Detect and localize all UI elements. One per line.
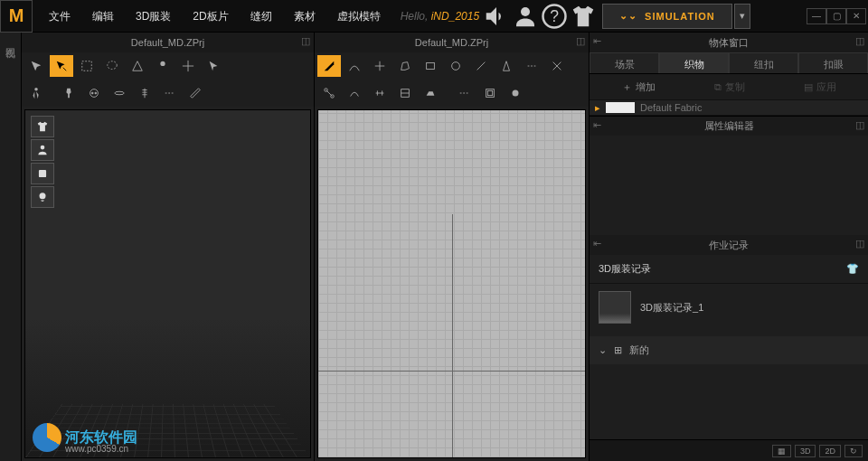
tool2d-circle[interactable] — [444, 55, 467, 77]
tool2d-rectangle[interactable] — [419, 55, 442, 77]
apply-button[interactable]: ▤应用 — [804, 80, 836, 94]
chevron-down-icon: ⌄⌄ — [619, 10, 637, 22]
work-item-label: 3D服装记录_1 — [640, 301, 703, 315]
tool-measure[interactable] — [184, 82, 207, 104]
tool-move-gizmo[interactable] — [176, 55, 200, 77]
panel-3d-title: Default_MD.ZPrj — [131, 37, 204, 48]
tool2d-segment-sewing[interactable] — [317, 82, 341, 104]
property-editor-title: 属性编辑器 — [704, 119, 754, 133]
tool-pin[interactable] — [151, 55, 175, 77]
plus-icon: ＋ — [622, 80, 632, 94]
work-popout-icon[interactable]: ◫ — [855, 238, 864, 249]
show-arrangement-icon[interactable] — [31, 163, 54, 184]
svg-rect-19 — [487, 90, 492, 95]
work-new-button[interactable]: ⌄ ⊞ 新的 — [590, 336, 868, 364]
toolbar-3d-row2 — [22, 80, 314, 107]
collapse-icon[interactable]: ⇤ — [593, 35, 601, 47]
tool2d-notch[interactable] — [545, 55, 569, 77]
tool2d-seam-allowance[interactable] — [478, 82, 502, 104]
user-icon[interactable] — [512, 3, 539, 30]
garment-icon[interactable]: 👕 — [846, 263, 859, 275]
simulation-button[interactable]: ⌄⌄ SIMULATION — [602, 4, 732, 29]
tool2d-edit-pattern[interactable] — [317, 55, 341, 77]
tool2d-free-sewing[interactable] — [343, 82, 366, 104]
copy-icon: ⧉ — [714, 81, 722, 93]
tool2d-iron[interactable] — [419, 82, 442, 104]
svg-point-5 — [160, 61, 165, 66]
copy-button[interactable]: ⧉复制 — [714, 80, 745, 94]
work-collapse-icon[interactable]: ⇤ — [593, 238, 601, 249]
toolbar-3d-row1 — [22, 52, 314, 80]
panel-3d-popout-icon[interactable]: ◫ — [301, 35, 310, 47]
tool-topstitch[interactable] — [158, 82, 182, 104]
property-popout-icon[interactable]: ◫ — [855, 119, 864, 131]
tool2d-dart[interactable] — [495, 55, 518, 77]
tool2d-add-point[interactable] — [368, 55, 392, 77]
add-button[interactable]: ＋增加 — [622, 80, 656, 94]
menu-avatar[interactable]: 虚拟模特 — [326, 0, 392, 33]
menu-sewing[interactable]: 缝纫 — [240, 0, 283, 33]
status-2d[interactable]: 2D — [819, 445, 841, 457]
fabric-expand-icon[interactable]: ▸ — [595, 102, 600, 114]
tool-walk[interactable] — [24, 82, 48, 104]
tool-mesh-select[interactable] — [126, 55, 149, 77]
menu-3d-garment[interactable]: 3D服装 — [125, 0, 182, 33]
tool-arrow-cursor[interactable] — [202, 55, 225, 77]
tool2d-texture[interactable] — [504, 82, 527, 104]
panel-2d-popout-icon[interactable]: ◫ — [576, 35, 585, 47]
status-refresh-icon[interactable]: ↻ — [844, 445, 863, 457]
svg-point-6 — [34, 88, 38, 91]
tool2d-internal-line[interactable] — [469, 55, 493, 77]
window-minimize[interactable]: — — [807, 8, 826, 24]
sound-icon[interactable] — [483, 3, 510, 30]
show-head-icon[interactable] — [31, 186, 54, 208]
menu-file[interactable]: 文件 — [38, 0, 81, 33]
viewport-3d[interactable]: 河东软件园 www.pc0359.cn — [24, 109, 311, 458]
show-avatar-icon[interactable] — [31, 139, 54, 161]
app-logo: M — [0, 0, 33, 33]
help-icon[interactable]: ? — [541, 3, 568, 30]
show-garment-icon[interactable] — [31, 116, 54, 137]
tool-tack[interactable] — [57, 82, 80, 104]
menu-material[interactable]: 素材 — [283, 0, 326, 33]
object-tabs: 场景 织物 纽扣 扣眼 — [590, 52, 868, 74]
tool2d-topstitch[interactable] — [453, 82, 476, 104]
tab-button[interactable]: 纽扣 — [729, 52, 798, 73]
panel-3d-header: Default_MD.ZPrj ◫ — [22, 33, 314, 52]
window-close[interactable]: ✕ — [846, 8, 866, 24]
fabric-list-item[interactable]: ▸ Default Fabric — [590, 99, 868, 116]
work-log-body: 3D服装记录 👕 3D服装记录_1 ⌄ ⊞ 新的 — [590, 255, 868, 439]
object-toolbar: ＋增加 ⧉复制 ▤应用 — [590, 74, 868, 99]
tab-fabric[interactable]: 织物 — [659, 52, 729, 73]
tool2d-trace[interactable] — [520, 55, 543, 77]
status-grid-icon[interactable]: ▦ — [772, 445, 791, 457]
tool2d-edit-sewing[interactable] — [368, 82, 392, 104]
axis-vertical — [452, 214, 453, 457]
viewport-2d[interactable] — [317, 109, 586, 458]
tool-button[interactable] — [82, 82, 106, 104]
tool-zipper[interactable] — [133, 82, 156, 104]
tab-buttonhole[interactable]: 扣眼 — [798, 52, 868, 73]
menu-edit[interactable]: 编辑 — [81, 0, 125, 33]
tool-buttonhole[interactable] — [108, 82, 131, 104]
menu-2d-pattern[interactable]: 2D板片 — [182, 0, 239, 33]
sidebar-tab-view[interactable]: 视图 — [2, 33, 19, 47]
simulation-dropdown[interactable]: ▾ — [734, 4, 750, 29]
chevron-down-icon: ⌄ — [599, 344, 607, 356]
tab-scene[interactable]: 场景 — [590, 52, 659, 73]
property-collapse-icon[interactable]: ⇤ — [593, 119, 601, 131]
status-3d[interactable]: 3D — [795, 445, 816, 457]
tool-box-select[interactable] — [75, 55, 99, 77]
tool2d-polygon[interactable] — [393, 55, 417, 77]
object-window-header: ⇤ 物体窗口 ◫ — [590, 33, 868, 52]
work-log-item[interactable]: 3D服装记录_1 — [590, 284, 868, 331]
tool2d-edit-curve[interactable] — [343, 55, 366, 77]
window-maximize[interactable]: ▢ — [826, 8, 846, 24]
tool-select-arrow-down[interactable] — [24, 55, 48, 77]
object-window-popout-icon[interactable]: ◫ — [855, 35, 864, 47]
shirt-icon[interactable] — [570, 3, 597, 30]
tool-lasso[interactable] — [100, 55, 124, 77]
tool2d-fold[interactable] — [393, 82, 417, 104]
svg-point-13 — [40, 193, 46, 199]
tool-select-move[interactable] — [50, 55, 73, 77]
